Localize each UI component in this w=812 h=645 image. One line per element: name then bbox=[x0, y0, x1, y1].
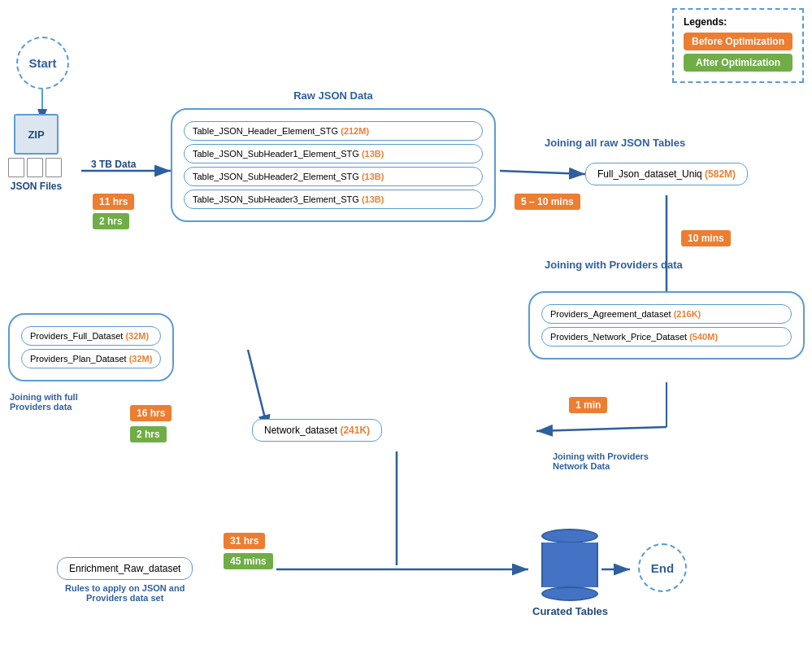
svg-line-3 bbox=[500, 171, 585, 174]
table-row-4: Table_JSON_SubHeader3_Element_STG (13B) bbox=[184, 190, 483, 209]
providers-agreement-row: Providers_Agreement_dataset (216K) bbox=[541, 304, 792, 324]
providers-left-section: Providers_Full_Dataset (32M) Providers_P… bbox=[8, 313, 174, 381]
raw-json-box: Table_JSON_Header_Element_STG (212M) Tab… bbox=[171, 108, 496, 222]
time-json-after-badge: 2 hrs bbox=[93, 213, 129, 229]
legend-title: Legends: bbox=[684, 16, 792, 28]
providers-left-box: Providers_Full_Dataset (32M) Providers_P… bbox=[8, 313, 174, 381]
time-json-before-badge: 11 hrs bbox=[93, 194, 134, 210]
joining-all-label: Joining all raw JSON Tables bbox=[545, 137, 685, 149]
doc-icon-2 bbox=[27, 158, 43, 177]
enrichment-section: Enrichment_Raw_dataset Rules to apply on… bbox=[57, 557, 193, 603]
time-enrich-after-badge: 45 mins bbox=[224, 553, 273, 569]
providers-full-row: Providers_Full_Dataset (32M) bbox=[21, 326, 161, 346]
joining-full-label: Joining with full Providers data bbox=[10, 392, 78, 412]
json-files-label: JSON Files bbox=[11, 181, 62, 192]
time-join-full-before-badge: 16 hrs bbox=[130, 405, 172, 421]
time-join-raw-badge: 5 – 10 mins bbox=[515, 194, 580, 210]
providers-plan-row: Providers_Plan_Dataset (32M) bbox=[21, 349, 161, 368]
raw-json-section: Raw JSON Data Table_JSON_Header_Element_… bbox=[171, 89, 496, 222]
legend-box: Legends: Before Optimization After Optim… bbox=[672, 8, 804, 83]
providers-network-row: Providers_Network_Price_Dataset (540M) bbox=[541, 327, 792, 346]
table-row-1: Table_JSON_Header_Element_STG (212M) bbox=[184, 121, 483, 141]
doc-icon-3 bbox=[46, 158, 62, 177]
network-dataset-box: Network_dataset (241K) bbox=[252, 419, 382, 442]
time-join-prov-badge: 10 mins bbox=[681, 230, 731, 246]
curated-cylinder bbox=[532, 529, 608, 601]
end-circle: End bbox=[638, 543, 687, 592]
legend-after: After Optimization bbox=[684, 54, 792, 72]
cylinder-body bbox=[541, 543, 598, 587]
doc-icon-1 bbox=[8, 158, 24, 177]
providers-right-section: Providers_Agreement_dataset (216K) Provi… bbox=[528, 291, 805, 360]
time-enrich-before-badge: 31 hrs bbox=[224, 533, 265, 549]
diagram: Legends: Before Optimization After Optim… bbox=[0, 0, 812, 645]
enrichment-box: Enrichment_Raw_dataset bbox=[57, 557, 193, 580]
full-json-box: Full_Json_dataset_Uniq (582M) bbox=[585, 163, 748, 185]
legend-before: Before Optimization bbox=[684, 33, 792, 50]
start-circle: Start bbox=[16, 37, 69, 89]
time-join-full-after-badge: 2 hrs bbox=[130, 426, 167, 442]
zip-icon: ZIP bbox=[14, 114, 59, 155]
joining-providers-label: Joining with Providers data bbox=[545, 259, 683, 271]
enrichment-sublabel: Rules to apply on JSON and Providers dat… bbox=[57, 583, 193, 603]
cylinder-bottom bbox=[541, 586, 598, 601]
raw-json-title: Raw JSON Data bbox=[171, 89, 496, 102]
joining-network-label: Joining with Providers Network Data bbox=[553, 451, 649, 471]
doc-icons bbox=[8, 158, 64, 177]
curated-label: Curated Tables bbox=[532, 605, 608, 617]
cylinder-top bbox=[541, 529, 598, 543]
table-row-2: Table_JSON_SubHeader1_Element_STG (13B) bbox=[184, 144, 483, 163]
svg-line-6 bbox=[536, 427, 667, 431]
time-join-network-badge: 1 min bbox=[569, 397, 607, 413]
json-files-block: ZIP JSON Files bbox=[8, 114, 64, 192]
curated-tables-section: Curated Tables bbox=[532, 529, 608, 617]
data-label: 3 TB Data bbox=[91, 159, 136, 170]
table-row-3: Table_JSON_SubHeader2_Element_STG (13B) bbox=[184, 167, 483, 186]
providers-right-box: Providers_Agreement_dataset (216K) Provi… bbox=[528, 291, 805, 360]
